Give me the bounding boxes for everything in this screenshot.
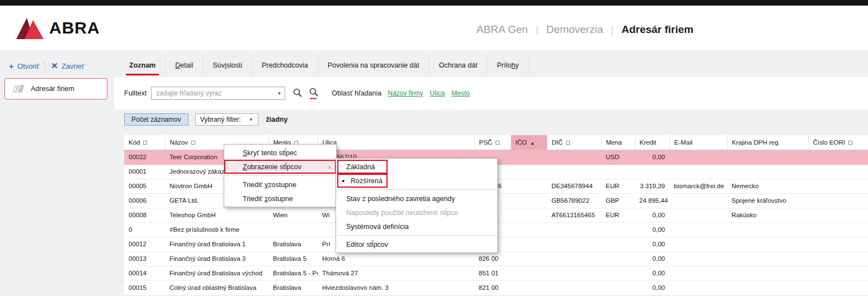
submenu-item-naposledy-pouzite: Naposledy použité neuložené stĺpce <box>336 206 497 219</box>
cell-krajina <box>727 280 808 295</box>
cell-kredit: 0,00 <box>635 222 669 237</box>
cell-nazov: Finančný úrad Bratislava východ <box>165 266 268 280</box>
cell-mesto: Bratislava 5 - Petr <box>268 266 318 280</box>
fulltext-search-button[interactable] <box>308 87 319 99</box>
cell-email <box>669 280 727 295</box>
filter-square-icon <box>191 141 195 145</box>
cell-dic <box>547 266 601 280</box>
fulltext-combo: ▼ <box>151 87 285 100</box>
menu-item-zobrazenie-stlpcov[interactable]: Zobrazenie stĺpcov › <box>224 160 336 174</box>
cell-krajina <box>727 266 808 280</box>
table-row[interactable]: 00013Finančný úrad Bratislava 3Bratislav… <box>124 251 868 266</box>
menu-item-skryt-stlpec[interactable]: Skryť tento stĺpec <box>224 146 336 160</box>
cell-email <box>669 208 727 222</box>
cell-mesto: Bratislava <box>268 237 318 251</box>
submenu-arrow-icon: › <box>328 164 331 170</box>
cell-nazov: Colný úrad oblastný Bratislava <box>165 280 268 295</box>
cell-email <box>669 193 727 208</box>
cell-kredit <box>635 164 669 179</box>
table-row[interactable]: 00015Colný úrad oblastný BratislavaBrati… <box>124 280 868 295</box>
column-header-krajina-dph[interactable]: Krajina DPH reg. <box>727 135 808 150</box>
cell-nazov: Finančný úrad Bratislava 3 <box>165 251 268 266</box>
cell-ulica: Horná 6 <box>318 251 474 266</box>
tab-predchodcovia[interactable]: Predchodcovia <box>252 54 318 77</box>
sidebar-divider <box>45 61 45 70</box>
search-scope-label: Oblasť hľadania <box>332 89 381 97</box>
column-header-ulica[interactable]: Ulica <box>318 135 474 150</box>
crumb-separator: | <box>611 23 614 36</box>
cell-kredit: 0,00 <box>635 237 669 251</box>
column-header-kod[interactable]: Kód <box>124 135 165 150</box>
cell-kod: 00013 <box>124 251 165 266</box>
cell-eori <box>808 266 868 280</box>
cell-krajina <box>727 237 808 251</box>
close-button-label: Zavrieť <box>62 62 84 70</box>
tab-suvislosti[interactable]: Súvislosti <box>203 54 252 77</box>
filter-dropdown[interactable]: Vybraný filter: ▼ <box>195 113 258 126</box>
tab-ochrana-dat[interactable]: Ochrana dát <box>430 54 488 77</box>
menu-item-triedit-zostupne[interactable]: Triediť zostupne <box>224 192 336 206</box>
cell-mena: EUR <box>601 208 635 222</box>
cell-kredit: 0,00 <box>635 208 669 222</box>
column-context-menu: Skryť tento stĺpec Zobrazenie stĺpcov › … <box>224 144 337 207</box>
sidebar-actions: + Otvoriť ✕ Zavrieť <box>9 58 84 74</box>
submenu-item-zakladna[interactable]: Základná <box>336 160 497 174</box>
cell-dic: DE345678944 <box>547 179 601 193</box>
cell-kod: 00006 <box>124 193 165 208</box>
cell-email <box>669 237 727 251</box>
submenu-item-stav-z-posledneho-zavretia[interactable]: Stav z posledného zavretia agendy <box>336 192 497 206</box>
app-header: ABRA ABRA Gen | Demoverzia | Adresár fir… <box>0 6 868 50</box>
cell-ico <box>511 164 547 179</box>
menu-item-triedit-vzostupne[interactable]: Triediť vzostupne <box>224 178 336 192</box>
sidebar-item-adresar-firiem[interactable]: Adresár firiem <box>4 78 107 99</box>
column-header-ico[interactable]: IČO▲ <box>511 135 547 150</box>
close-button[interactable]: ✕ Zavrieť <box>51 61 84 71</box>
scope-link-nazov-firmy[interactable]: Názov firmy <box>388 89 423 97</box>
sort-ascending-icon: ▲ <box>530 141 535 146</box>
column-header-kredit[interactable]: Kredit <box>635 135 669 150</box>
search-button[interactable] <box>292 88 303 99</box>
cell-mesto: Wien <box>268 208 318 222</box>
cell-kod: 00001 <box>124 164 165 179</box>
cell-kod: 00015 <box>124 280 165 295</box>
column-header-psc[interactable]: PSČ <box>474 135 511 150</box>
filter-square-icon <box>496 141 499 145</box>
tab-prilohy[interactable]: Prílohy <box>488 54 529 77</box>
table-row[interactable]: 00014Finančný úrad Bratislava východBrat… <box>124 266 868 280</box>
column-header-email[interactable]: E-Mail <box>669 135 727 150</box>
submenu-item-editor-stlpcov[interactable]: Editor stĺpcov <box>336 237 497 251</box>
cell-email <box>669 266 727 280</box>
filter-dropdown-arrow-icon: ▼ <box>249 117 253 122</box>
cell-eori <box>808 208 868 222</box>
column-header-cislo-eori[interactable]: Číslo EORI <box>808 135 868 150</box>
cell-mena <box>601 222 635 237</box>
scope-link-ulica[interactable]: Ulica <box>430 89 445 97</box>
cell-eori <box>808 164 868 179</box>
cell-dic <box>547 164 601 179</box>
tab-detail[interactable]: Detail <box>166 54 203 77</box>
submenu-item-systemova-definicia[interactable]: Systémová definícia <box>336 219 497 233</box>
scope-link-mesto[interactable]: Mesto <box>451 89 470 97</box>
cell-mena <box>601 164 635 179</box>
cell-mena: USD <box>601 150 635 164</box>
cell-kredit: 3 319,39 <box>635 179 669 193</box>
cell-krajina: Spojené kráľovstvo <box>727 193 808 208</box>
cell-ico <box>511 150 547 164</box>
cell-krajina: Rakúsko <box>727 208 808 222</box>
cell-kredit: 24 895,44 <box>635 193 669 208</box>
open-button[interactable]: + Otvoriť <box>9 61 39 71</box>
record-count-button[interactable]: Počet záznamov <box>124 113 188 126</box>
cell-eori <box>808 193 868 208</box>
tab-povolenia[interactable]: Povolenia na spracovanie dát <box>318 54 430 77</box>
column-header-mena[interactable]: Mena <box>601 135 635 150</box>
abra-logo: ABRA <box>15 16 100 40</box>
cell-ico <box>511 251 547 266</box>
tab-zoznam[interactable]: Zoznam <box>120 54 166 77</box>
cell-psc: 851 01 <box>474 266 511 280</box>
menu-separator <box>225 175 335 176</box>
column-header-dic[interactable]: DIČ <box>547 135 601 150</box>
submenu-item-rozsirena[interactable]: ● Rozšírená <box>336 174 497 188</box>
fulltext-input[interactable] <box>152 87 285 99</box>
cell-krajina <box>727 164 808 179</box>
top-strip <box>0 0 868 6</box>
